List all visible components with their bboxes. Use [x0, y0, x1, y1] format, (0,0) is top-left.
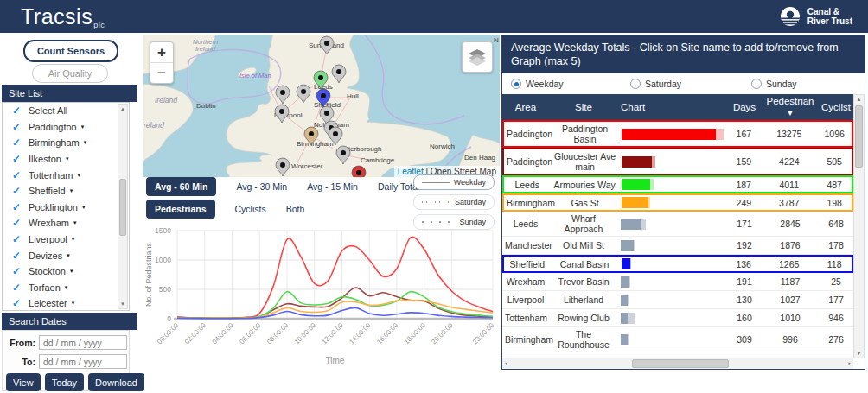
- air-quality-button[interactable]: Air Quality: [32, 64, 108, 83]
- map-zoom-control[interactable]: + −: [150, 41, 174, 84]
- table-vertical-scrollbar[interactable]: ▲ ▼: [853, 94, 865, 358]
- from-date-input[interactable]: [39, 335, 127, 350]
- cell-site[interactable]: Armouries Way: [550, 179, 618, 191]
- to-label: To:: [3, 357, 35, 367]
- cell-chart: [618, 333, 727, 346]
- cell-cyclist: 118: [817, 258, 852, 270]
- radio-sunday[interactable]: Sunday: [751, 79, 797, 89]
- download-button[interactable]: Download: [88, 373, 144, 391]
- mode-tab-pedestrians[interactable]: Pedestrians: [146, 200, 215, 219]
- table-row: SheffieldCanal Basin1361265118: [502, 255, 853, 273]
- cell-site[interactable]: Old Mill St: [549, 239, 618, 251]
- site-list-item-wrexham[interactable]: ✓Wrexham▾: [3, 215, 129, 231]
- site-list-item-paddington[interactable]: ✓Paddington▾: [3, 119, 129, 136]
- site-list-item-stockton[interactable]: ✓Stockton▾: [3, 263, 129, 280]
- column-header-chart: Chart: [618, 101, 727, 113]
- table-horizontal-scrollbar[interactable]: ◂ ▸: [502, 358, 853, 369]
- bar-cyclist: [629, 276, 630, 288]
- chevron-down-icon: ▾: [73, 219, 77, 226]
- x-tick-label: 12:00:00: [320, 321, 345, 346]
- map-label-ireland: Ireland: [195, 45, 216, 53]
- site-list-item-ilkeston[interactable]: ✓Ilkeston▾: [3, 151, 129, 168]
- cell-site[interactable]: Litherland: [549, 294, 618, 306]
- scroll-left-icon[interactable]: ◂: [504, 358, 507, 368]
- avg-tab-avg-15-min[interactable]: Avg - 15 Min: [307, 181, 358, 192]
- cell-site[interactable]: Trevor Basin: [549, 276, 618, 288]
- site-list-item-select-all[interactable]: ✓Select All: [3, 103, 129, 119]
- cell-site[interactable]: Gas St: [551, 197, 619, 209]
- chevron-down-icon: ▾: [70, 268, 73, 275]
- cell-cyclist: 198: [817, 197, 852, 209]
- today-button[interactable]: Today: [45, 373, 84, 391]
- zoom-out-button[interactable]: −: [150, 63, 173, 83]
- radio-icon: [630, 79, 641, 89]
- radio-icon: [511, 79, 521, 89]
- cell-chart: [618, 239, 727, 252]
- mode-tab-cyclists[interactable]: Cyclists: [235, 204, 266, 214]
- site-item-label: Torfaen: [29, 282, 61, 293]
- canal-river-trust-logo: Canal & River Trust: [779, 5, 852, 28]
- cell-site[interactable]: The Roundhouse: [549, 328, 618, 351]
- bar-cyclist: [641, 219, 645, 230]
- scroll-up-icon[interactable]: ▲: [118, 105, 127, 113]
- site-list-item-sheffield[interactable]: ✓Sheffield▾: [3, 183, 129, 200]
- site-list-item-tottenham[interactable]: ✓Tottenham▾: [3, 167, 129, 183]
- bar-cyclist: [628, 334, 629, 345]
- table-row: LeedsArmouries Way1874011487: [502, 175, 853, 193]
- cell-site[interactable]: Wharf Approach: [549, 212, 618, 235]
- x-tick-label: 06:00:00: [238, 321, 263, 346]
- x-tick-label: 10:00:00: [293, 321, 318, 346]
- mode-tab-both[interactable]: Both: [286, 204, 305, 214]
- legend-item-weekday[interactable]: Weekday: [413, 174, 495, 190]
- column-header-pedestrian[interactable]: Pedestrian ▾: [762, 95, 819, 119]
- search-dates-header: Search Dates: [2, 313, 137, 330]
- legend-item-saturday[interactable]: Saturday: [413, 194, 495, 210]
- map-label-ireland: Ireland: [155, 96, 177, 105]
- y-axis-label: No. of Pedestrians: [144, 242, 153, 307]
- cell-area: Paddington: [504, 155, 551, 168]
- avg-tab-avg-60-min[interactable]: Avg - 60 Min: [146, 177, 216, 196]
- scroll-down-icon[interactable]: ▼: [118, 300, 127, 308]
- check-icon: ✓: [12, 201, 21, 213]
- cell-cyclist: 1096: [817, 128, 852, 140]
- site-list-item-birmingham[interactable]: ✓Birmingham▾: [3, 135, 129, 151]
- cell-area: Manchester: [502, 239, 549, 251]
- radio-label: Saturday: [645, 79, 681, 89]
- scroll-down-icon[interactable]: ▼: [854, 349, 864, 358]
- to-date-input[interactable]: [39, 354, 127, 369]
- site-list-item-torfaen[interactable]: ✓Torfaen▾: [3, 280, 129, 296]
- scroll-up-icon[interactable]: ▲: [854, 95, 864, 104]
- pedestrian-bar: [621, 219, 724, 230]
- bar-pedestrian: [621, 334, 628, 345]
- radio-weekday[interactable]: Weekday: [511, 79, 564, 89]
- cell-site[interactable]: Gloucester Ave main: [551, 150, 619, 173]
- site-item-label: Leicester: [29, 298, 67, 308]
- site-item-label: Tottenham: [29, 170, 73, 181]
- bar-pedestrian: [621, 240, 634, 251]
- cell-pedestrian: 1010: [762, 312, 819, 324]
- leaflet-map[interactable]: NorthernIrelandIsle of ManIrelandDublinr…: [143, 35, 500, 177]
- chevron-down-icon: ▾: [66, 155, 69, 162]
- cell-site[interactable]: Paddington Basin: [551, 123, 619, 145]
- cell-site[interactable]: Rowing Club: [549, 312, 618, 324]
- site-list-item-liverpool[interactable]: ✓Liverpool▾: [3, 231, 129, 248]
- view-button[interactable]: View: [6, 373, 41, 391]
- count-sensors-button[interactable]: Count Sensors: [23, 40, 118, 62]
- scroll-right-icon[interactable]: ▸: [848, 358, 852, 368]
- x-tick-label: 20:00:00: [430, 321, 455, 346]
- cell-area: Paddington: [504, 128, 551, 140]
- brand-text: Tracsis: [21, 4, 93, 29]
- legend-line-sample: [422, 182, 450, 183]
- map-layers-button[interactable]: [462, 41, 493, 73]
- brand-suffix: plc: [93, 21, 105, 29]
- avg-tab-avg-30-min[interactable]: Avg - 30 Min: [236, 181, 287, 192]
- site-list-scrollbar[interactable]: ▲ ▼: [118, 104, 128, 309]
- cell-site[interactable]: Canal Basin: [550, 258, 618, 270]
- radio-saturday[interactable]: Saturday: [630, 79, 681, 89]
- site-list-item-devizes[interactable]: ✓Devizes▾: [3, 247, 129, 263]
- pedestrian-bar: [621, 295, 724, 306]
- chart-controls: Avg - 60 MinAvg - 30 MinAvg - 15 MinDail…: [143, 174, 500, 223]
- site-list-item-leicester[interactable]: ✓Leicester▾: [3, 295, 129, 312]
- zoom-in-button[interactable]: +: [150, 42, 173, 63]
- site-list-item-pocklington[interactable]: ✓Pocklington▾: [3, 200, 129, 216]
